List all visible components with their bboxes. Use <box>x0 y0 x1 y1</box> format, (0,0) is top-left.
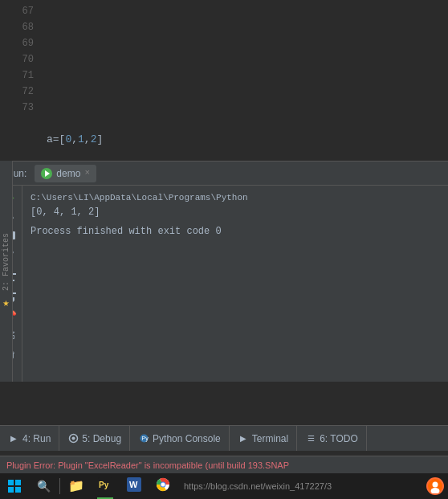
search-icon: 🔍 <box>37 480 51 493</box>
line-number: 72 <box>3 84 34 100</box>
taskbar-url-bar: https://blog.csdn.net/weixin_417227/3 <box>177 481 422 491</box>
python-console-label: Python Console <box>153 433 221 444</box>
run-body: ▶ ▲ ▼ 📌 🖨 🗑 C:\Users\LI\AppData\Local\Pr… <box>0 186 448 382</box>
line-number: 69 <box>3 35 34 51</box>
output-result: [0, 4, 1, 2] <box>31 205 440 219</box>
line-number: 67 <box>3 3 34 19</box>
output-exit: Process finished with exit code 0 <box>31 224 440 239</box>
run-header: Run: demo × <box>0 162 448 186</box>
todo-icon: ☰ <box>305 433 316 444</box>
pycharm-icon: Py <box>98 477 112 495</box>
code-content[interactable]: a=[0,1,2] a.insert(1,4) print(a) <box>40 0 448 161</box>
toolbar-terminal[interactable]: ▶ Terminal <box>230 426 297 451</box>
taskbar-divider <box>59 478 60 494</box>
editor-area: 67 68 69 70 71 72 73 a=[0,1,2] a.insert(… <box>0 0 448 161</box>
taskbar-pycharm[interactable]: Py <box>91 473 120 499</box>
terminal-icon: ▶ <box>238 433 249 444</box>
taskbar-chrome[interactable] <box>149 473 177 499</box>
code-line: a=[0,1,2] <box>47 132 442 148</box>
svg-text:Py: Py <box>99 481 109 489</box>
status-bar: Plugin Error: Plugin "ExcelReader" is in… <box>0 456 448 473</box>
status-error-text: Plugin Error: Plugin "ExcelReader" is in… <box>6 460 289 470</box>
run-label: 4: Run <box>22 433 51 444</box>
file-explorer-icon: 📁 <box>68 478 84 494</box>
chrome-icon <box>156 477 170 496</box>
code-line <box>47 35 442 51</box>
taskbar-file-explorer[interactable]: 📁 <box>62 473 91 499</box>
run-panel: Run: demo × ▶ ▲ ▼ 📌 🖨 🗑 C:\Users\LI\ <box>0 161 448 382</box>
line-number: 70 <box>3 51 34 67</box>
svg-point-19 <box>433 482 438 488</box>
windows-icon <box>8 480 21 493</box>
output-path: C:\Users\LI\AppData\Local\Programs\Pytho… <box>31 190 440 205</box>
favorites-sidebar: 2: Favorites ★ <box>0 161 13 382</box>
code-line <box>47 84 442 100</box>
toolbar-python-console[interactable]: Py Python Console <box>130 426 230 451</box>
line-numbers: 67 68 69 70 71 72 73 <box>0 0 40 161</box>
line-number: 73 <box>3 100 34 116</box>
svg-point-8 <box>71 437 75 440</box>
run-output: C:\Users\LI\AppData\Local\Programs\Pytho… <box>22 186 448 382</box>
line-number: 68 <box>3 19 34 35</box>
bottom-toolbar: ▶ 4: Run 5: Debug Py Python Console ▶ Te… <box>0 425 448 451</box>
favorites-star-icon[interactable]: ★ <box>2 296 9 309</box>
profile-avatar <box>426 477 444 495</box>
line-number: 71 <box>3 67 34 84</box>
taskbar-search-button[interactable]: 🔍 <box>29 473 58 499</box>
word-icon: W <box>127 477 141 495</box>
terminal-label: Terminal <box>252 433 288 444</box>
taskbar-profile[interactable] <box>422 473 448 499</box>
debug-icon <box>67 433 79 444</box>
run-tab[interactable]: demo × <box>35 165 96 182</box>
svg-text:Py: Py <box>141 436 149 442</box>
python-console-icon: Py <box>138 433 149 444</box>
taskbar: 🔍 📁 Py W https://blog.csdn.net/weixin_41… <box>0 473 448 499</box>
toolbar-run[interactable]: ▶ 4: Run <box>0 426 59 451</box>
svg-text:W: W <box>129 480 138 489</box>
taskbar-word[interactable]: W <box>120 473 149 499</box>
favorites-label: 2: Favorites <box>2 233 10 291</box>
debug-label: 5: Debug <box>82 433 121 444</box>
start-button[interactable] <box>0 473 29 499</box>
run-tab-close-button[interactable]: × <box>84 169 90 178</box>
toolbar-todo[interactable]: ☰ 6: TODO <box>297 426 367 451</box>
url-text: https://blog.csdn.net/weixin_417227/3 <box>184 481 332 491</box>
todo-label: 6: TODO <box>320 433 358 444</box>
svg-point-17 <box>161 482 165 486</box>
run-tab-play-icon <box>41 168 52 179</box>
run-icon: ▶ <box>8 433 19 444</box>
toolbar-debug[interactable]: 5: Debug <box>59 426 130 451</box>
run-tab-label: demo <box>56 168 80 179</box>
